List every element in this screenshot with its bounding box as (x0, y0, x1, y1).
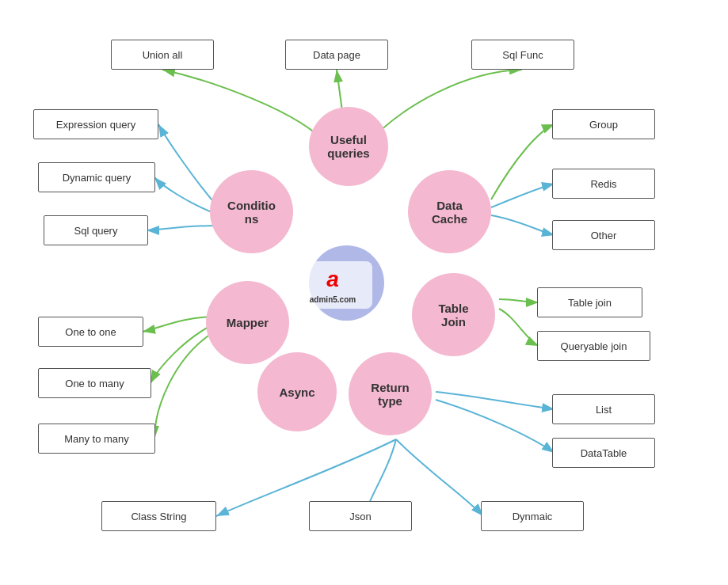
data-cache-circle: DataCache (408, 170, 491, 253)
datatable-rect: DataTable (552, 438, 655, 468)
data-page-rect: Data page (285, 40, 388, 70)
union-all-rect: Union all (111, 40, 214, 70)
sql-query-rect: Sql query (44, 215, 148, 245)
class-string-rect: Class String (101, 501, 216, 531)
expression-query-rect: Expression query (33, 109, 158, 139)
queryable-join-rect: Queryable join (537, 331, 650, 361)
conditions-circle: Conditions (210, 170, 293, 253)
table-join-circle: TableJoin (412, 273, 495, 356)
dynmaic-rect: Dynmaic (481, 501, 584, 531)
async-circle: Async (257, 352, 337, 431)
other-rect: Other (552, 220, 655, 250)
sql-func-rect: Sql Func (471, 40, 574, 70)
diagram-container: Useful queries Conditions DataCache Mapp… (0, 0, 728, 585)
useful-queries-circle: Useful queries (309, 107, 388, 186)
dynamic-query-rect: Dynamic query (38, 162, 155, 192)
table-join-rect: Table join (537, 287, 642, 317)
one-to-one-rect: One to one (38, 317, 143, 347)
redis-rect: Redis (552, 169, 655, 199)
list-rect: List (552, 394, 655, 424)
one-to-many-rect: One to many (38, 368, 151, 398)
json-rect: Json (309, 501, 412, 531)
group-rect: Group (552, 109, 655, 139)
return-type-circle: Returntype (349, 352, 432, 435)
mapper-circle: Mapper (206, 281, 289, 364)
watermark: a admin5.com (293, 261, 372, 309)
many-to-many-rect: Many to many (38, 424, 155, 454)
